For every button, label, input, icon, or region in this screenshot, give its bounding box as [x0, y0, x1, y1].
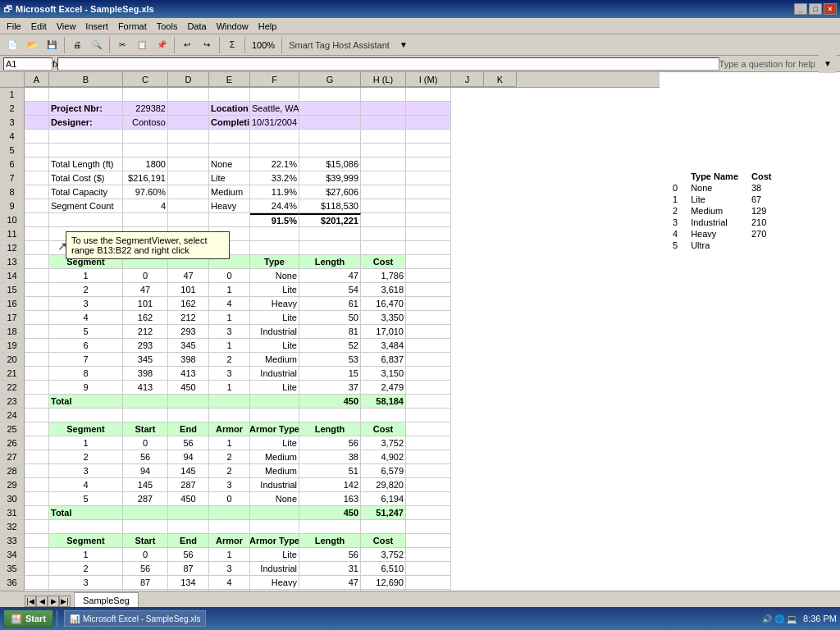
- row-header-2[interactable]: 2: [0, 102, 25, 116]
- col-header-g[interactable]: G: [299, 72, 361, 87]
- row-header-20[interactable]: 20: [0, 353, 25, 367]
- cell-i3[interactable]: [406, 116, 451, 130]
- col-header-h[interactable]: H (L): [361, 72, 406, 87]
- col-header-d[interactable]: D: [168, 72, 209, 87]
- cell-e2[interactable]: Location:: [209, 102, 250, 116]
- menu-data[interactable]: Data: [182, 21, 211, 32]
- cell-f2[interactable]: Seattle, WA: [250, 102, 299, 116]
- cut-button[interactable]: ✂: [113, 36, 131, 54]
- row-header-37[interactable]: 37: [0, 590, 25, 591]
- col-header-e[interactable]: E: [209, 72, 250, 87]
- tab-prev-button[interactable]: ◀: [36, 596, 48, 607]
- row-header-7[interactable]: 7: [0, 171, 25, 185]
- row-header-26[interactable]: 26: [0, 436, 25, 450]
- row-header-19[interactable]: 19: [0, 339, 25, 353]
- cell-b3[interactable]: Designer:: [49, 116, 123, 130]
- menu-format[interactable]: Format: [113, 21, 152, 32]
- save-button[interactable]: 💾: [43, 36, 61, 54]
- t1-header-length[interactable]: Length: [299, 255, 361, 269]
- col-header-a[interactable]: A: [25, 72, 49, 87]
- col-header-f[interactable]: F: [250, 72, 299, 87]
- row-header-16[interactable]: 16: [0, 297, 25, 311]
- row-header-13[interactable]: 13: [0, 255, 25, 269]
- tab-last-button[interactable]: ▶|: [59, 596, 71, 607]
- cell-d3[interactable]: [168, 116, 209, 130]
- sheet-tab-sampleseg[interactable]: SampleSeg: [74, 592, 139, 607]
- row-header-4[interactable]: 4: [0, 130, 25, 144]
- row-header-36[interactable]: 36: [0, 576, 25, 590]
- row-header-17[interactable]: 17: [0, 311, 25, 325]
- row-header-35[interactable]: 35: [0, 562, 25, 576]
- cell-h1[interactable]: [361, 88, 406, 102]
- col-header-k[interactable]: K: [484, 72, 517, 87]
- maximize-button[interactable]: □: [809, 3, 822, 15]
- row-header-1[interactable]: 1: [0, 88, 25, 102]
- cell-f3[interactable]: 10/31/2004: [250, 116, 299, 130]
- paste-button[interactable]: 📌: [153, 36, 171, 54]
- col-header-c[interactable]: C: [123, 72, 168, 87]
- menu-insert[interactable]: Insert: [80, 21, 113, 32]
- name-box[interactable]: [3, 57, 52, 71]
- menu-help[interactable]: Help: [253, 21, 282, 32]
- total-length-label[interactable]: Total Length (ft): [49, 158, 123, 171]
- cell-d2[interactable]: [168, 102, 209, 116]
- col-header-i[interactable]: I (M): [406, 72, 451, 87]
- cell-c1[interactable]: [123, 88, 168, 102]
- menu-file[interactable]: File: [2, 21, 26, 32]
- row-header-22[interactable]: 22: [0, 381, 25, 395]
- cell-h2[interactable]: [361, 102, 406, 116]
- row-header-6[interactable]: 6: [0, 158, 25, 171]
- cell-h3[interactable]: [361, 116, 406, 130]
- tab-first-button[interactable]: |◀: [25, 596, 36, 607]
- cell-a2[interactable]: [25, 102, 49, 116]
- cell-i2[interactable]: [406, 102, 451, 116]
- t1-header-cost[interactable]: Cost: [361, 255, 406, 269]
- row-header-32[interactable]: 32: [0, 520, 25, 534]
- row-header-33[interactable]: 33: [0, 534, 25, 548]
- minimize-button[interactable]: _: [794, 3, 807, 15]
- taskbar-excel-item[interactable]: 📊 Microsoft Excel - SampleSeg.xls: [64, 610, 206, 627]
- start-button[interactable]: 🪟 Start: [3, 609, 53, 628]
- row-header-18[interactable]: 18: [0, 325, 25, 339]
- cell-e3[interactable]: Completion:: [209, 116, 250, 130]
- copy-button[interactable]: 📋: [133, 36, 151, 54]
- menu-edit[interactable]: Edit: [26, 21, 52, 32]
- open-button[interactable]: 📂: [23, 36, 41, 54]
- row-header-27[interactable]: 27: [0, 450, 25, 464]
- t1-header-type[interactable]: Type: [250, 255, 299, 269]
- cell-e1[interactable]: [209, 88, 250, 102]
- undo-button[interactable]: ↩: [178, 36, 196, 54]
- cell-c3[interactable]: Contoso: [123, 116, 168, 130]
- menu-view[interactable]: View: [52, 21, 81, 32]
- cell-f1[interactable]: [250, 88, 299, 102]
- row-header-29[interactable]: 29: [0, 478, 25, 492]
- row-header-9[interactable]: 9: [0, 199, 25, 213]
- row-header-25[interactable]: 25: [0, 422, 25, 436]
- col-header-j[interactable]: J: [451, 72, 484, 87]
- row-header-31[interactable]: 31: [0, 506, 25, 520]
- menu-tools[interactable]: Tools: [152, 21, 183, 32]
- row-header-21[interactable]: 21: [0, 367, 25, 381]
- redo-button[interactable]: ↪: [198, 36, 216, 54]
- col-header-b[interactable]: B: [49, 72, 123, 87]
- row-header-15[interactable]: 15: [0, 283, 25, 297]
- new-button[interactable]: 📄: [3, 36, 21, 54]
- close-button[interactable]: ×: [824, 3, 837, 15]
- row-header-8[interactable]: 8: [0, 185, 25, 199]
- row-header-5[interactable]: 5: [0, 144, 25, 158]
- preview-button[interactable]: 🔍: [88, 36, 106, 54]
- row-header-30[interactable]: 30: [0, 492, 25, 506]
- cell-b1[interactable]: [49, 88, 123, 102]
- cell-a1[interactable]: [25, 88, 49, 102]
- row-header-23[interactable]: 23: [0, 395, 25, 409]
- row-header-12[interactable]: 12: [0, 241, 25, 255]
- cell-g2[interactable]: [299, 102, 361, 116]
- row-header-3[interactable]: 3: [0, 116, 25, 130]
- cell-b2[interactable]: Project Nbr:: [49, 102, 123, 116]
- formula-input[interactable]: [57, 57, 719, 71]
- row-header-24[interactable]: 24: [0, 409, 25, 422]
- cell-g1[interactable]: [299, 88, 361, 102]
- autosum-button[interactable]: Σ: [223, 36, 241, 54]
- row-header-11[interactable]: 11: [0, 227, 25, 241]
- menu-window[interactable]: Window: [212, 21, 253, 32]
